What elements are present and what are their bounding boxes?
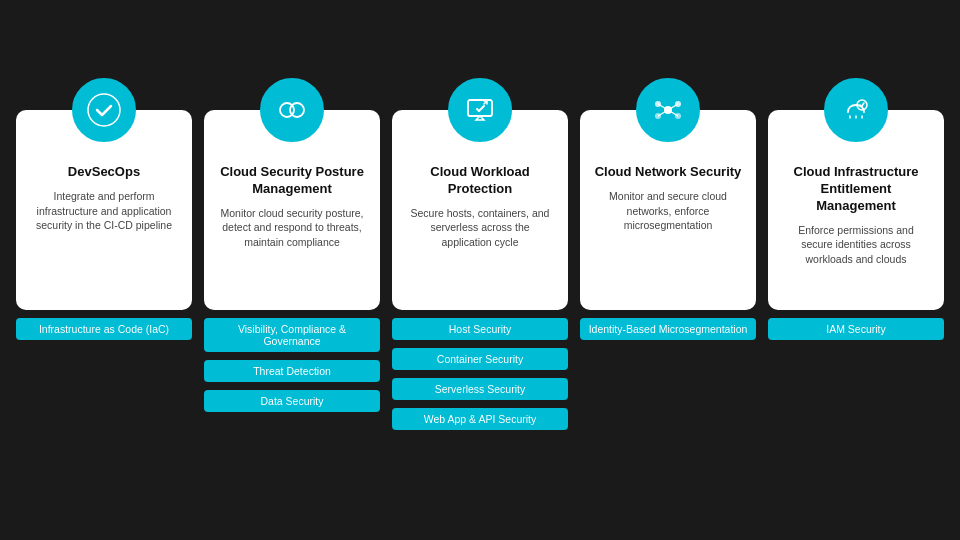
tag-visibility[interactable]: Visibility, Compliance & Governance <box>204 318 380 352</box>
tag-webapp[interactable]: Web App & API Security <box>392 408 568 430</box>
svg-point-2 <box>290 103 304 117</box>
card-title-ciem: Cloud Infrastructure Entitlement Managem… <box>782 164 930 215</box>
card-body-cns: Cloud Network Security Monitor and secur… <box>594 164 742 233</box>
tag-iac[interactable]: Infrastructure as Code (IaC) <box>16 318 192 340</box>
tag-container[interactable]: Container Security <box>392 348 568 370</box>
column-devsecops: DevSecOps Integrate and perform infrastr… <box>16 110 192 340</box>
icon-devsecops <box>72 78 136 142</box>
tag-iam[interactable]: IAM Security <box>768 318 944 340</box>
tag-data-security[interactable]: Data Security <box>204 390 380 412</box>
card-devsecops: DevSecOps Integrate and perform infrastr… <box>16 110 192 310</box>
column-cwp: Cloud Workload Protection Secure hosts, … <box>392 110 568 430</box>
card-desc-cwp: Secure hosts, containers, and serverless… <box>406 206 554 250</box>
svg-rect-3 <box>468 100 492 116</box>
card-body-devsecops: DevSecOps Integrate and perform infrastr… <box>30 164 178 233</box>
icon-cns <box>636 78 700 142</box>
card-title-cwp: Cloud Workload Protection <box>406 164 554 198</box>
column-cns: Cloud Network Security Monitor and secur… <box>580 110 756 340</box>
card-cns: Cloud Network Security Monitor and secur… <box>580 110 756 310</box>
tag-serverless[interactable]: Serverless Security <box>392 378 568 400</box>
card-cspm: Cloud Security Posture Management Monito… <box>204 110 380 310</box>
svg-point-0 <box>88 94 120 126</box>
card-body-cwp: Cloud Workload Protection Secure hosts, … <box>406 164 554 250</box>
card-title-devsecops: DevSecOps <box>30 164 178 181</box>
icon-cwp <box>448 78 512 142</box>
column-cspm: Cloud Security Posture Management Monito… <box>204 110 380 412</box>
card-desc-cspm: Monitor cloud security posture, detect a… <box>218 206 366 250</box>
card-cwp: Cloud Workload Protection Secure hosts, … <box>392 110 568 310</box>
card-title-cns: Cloud Network Security <box>594 164 742 181</box>
column-ciem: Cloud Infrastructure Entitlement Managem… <box>768 110 944 340</box>
tag-threat[interactable]: Threat Detection <box>204 360 380 382</box>
card-desc-devsecops: Integrate and perform infrastructure and… <box>30 189 178 233</box>
icon-ciem <box>824 78 888 142</box>
card-body-cspm: Cloud Security Posture Management Monito… <box>218 164 366 250</box>
card-ciem: Cloud Infrastructure Entitlement Managem… <box>768 110 944 310</box>
card-desc-ciem: Enforce permissions and secure identitie… <box>782 223 930 267</box>
card-title-cspm: Cloud Security Posture Management <box>218 164 366 198</box>
card-desc-cns: Monitor and secure cloud networks, enfor… <box>594 189 742 233</box>
tag-microsegmentation[interactable]: Identity-Based Microsegmentation <box>580 318 756 340</box>
card-body-ciem: Cloud Infrastructure Entitlement Managem… <box>782 164 930 267</box>
main-container: DevSecOps Integrate and perform infrastr… <box>0 90 960 450</box>
tag-host[interactable]: Host Security <box>392 318 568 340</box>
icon-cspm <box>260 78 324 142</box>
